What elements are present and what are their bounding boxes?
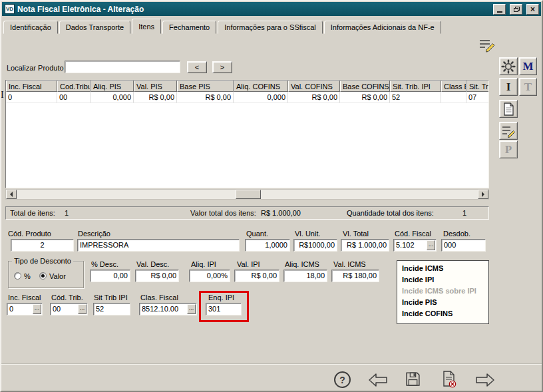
cell-sit-tr: 07 — [466, 92, 489, 103]
inc-fiscal-label: Inc. Fiscal — [8, 294, 41, 301]
descricao-field[interactable]: IMPRESSORA — [77, 239, 240, 252]
document-cancel-icon — [441, 370, 457, 388]
cell-base-cofins: R$ 0,00 — [340, 92, 390, 103]
edit-list-icon[interactable] — [478, 37, 496, 55]
clas-fiscal-lookup-button[interactable]: ... — [187, 304, 196, 314]
minimize-button[interactable] — [493, 4, 506, 15]
cod-fiscal-field[interactable]: 5.102 ... — [393, 239, 437, 252]
val-icms-field[interactable]: R$ 180,00 — [331, 270, 379, 282]
cell-aliq-pis: 0,000 — [90, 92, 134, 103]
col-aliq-pis[interactable]: Aliq. PIS — [90, 81, 134, 92]
perc-desc-label: % Desc. — [91, 260, 118, 268]
items-grid: Inc. Fiscal Cod.Tribut Aliq. PIS Val. PI… — [5, 80, 489, 188]
sit-trib-ipi-field[interactable]: 52 — [93, 303, 130, 315]
next-item-button[interactable]: > — [212, 61, 232, 73]
sit-trib-ipi-label: Sit Trib IPI — [94, 294, 128, 301]
cod-produto-label: Cód. Produto — [8, 230, 51, 238]
inc-fiscal-lookup-button[interactable]: ... — [33, 304, 41, 314]
vl-total-field[interactable]: R$ 1.000,00 — [341, 239, 389, 252]
i-button[interactable]: I — [499, 78, 518, 96]
tab-identificacao[interactable]: Identificação — [3, 21, 58, 34]
prev-item-button[interactable]: < — [187, 61, 207, 73]
col-class-en[interactable]: Class En — [441, 81, 466, 92]
document-icon — [502, 102, 515, 116]
m-button[interactable]: M — [519, 57, 537, 75]
col-val-cofins[interactable]: Val. COFINS — [288, 81, 340, 92]
scroll-left-button[interactable] — [6, 190, 17, 199]
val-icms-label: Val. ICMS — [333, 260, 366, 268]
p-letter-icon: P — [505, 144, 512, 155]
aliq-icms-field[interactable]: 18,00 — [283, 270, 327, 282]
val-desc-field[interactable]: R$ 0,00 — [135, 270, 179, 282]
restore-button[interactable] — [510, 4, 522, 15]
help-button[interactable]: ? — [334, 371, 351, 388]
enq-ipi-field[interactable]: 301 — [206, 303, 242, 315]
t-letter-icon: T — [524, 81, 532, 93]
cod-fiscal-lookup-button[interactable]: ... — [427, 240, 435, 250]
incide-cofins: Incide COFINS — [402, 309, 488, 321]
col-sit-tr[interactable]: Sit. Tr — [466, 81, 489, 92]
vl-total-label: Vl. Total — [343, 230, 369, 238]
cell-sit-trib-ipi: 52 — [390, 92, 441, 103]
localizar-produto-input[interactable] — [65, 61, 180, 73]
col-aliq-cofins[interactable]: Aliq. COFINS — [234, 81, 288, 92]
aliq-ipi-field[interactable]: 0,00% — [189, 270, 230, 282]
document-button[interactable] — [499, 100, 518, 118]
clas-fiscal-field[interactable]: 8512.10.00 ... — [139, 303, 197, 315]
cancel-document-button[interactable] — [441, 370, 457, 388]
arrow-left-icon — [368, 372, 388, 388]
next-button[interactable] — [475, 372, 495, 388]
total-value-amount: R$ 1.000,00 — [261, 209, 301, 217]
p-button-disabled: P — [499, 140, 518, 158]
tab-itens[interactable]: Itens — [132, 19, 161, 34]
app-icon: VD — [5, 4, 15, 14]
scrollbar-thumb[interactable] — [236, 190, 261, 199]
desdob-label: Desdob. — [443, 230, 470, 238]
previous-button[interactable] — [368, 372, 388, 388]
grid-hscrollbar[interactable] — [5, 189, 489, 200]
col-cod-tribut[interactable]: Cod.Tribut — [57, 81, 90, 92]
col-val-pis[interactable]: Val. PIS — [134, 81, 177, 92]
grid-row[interactable]: 0 00 0,000 R$ 0,00 R$ 0,00 0,000 R$ 0,00… — [6, 92, 488, 103]
title-bar: VD Nota Fiscal Eletrônica - Alteração × — [2, 2, 541, 16]
tab-informacoes-adicionais-nfe[interactable]: Informações Adicionais da NF-e — [324, 21, 441, 34]
total-items-value: 1 — [65, 209, 69, 217]
inc-fiscal-field[interactable]: 0 ... — [7, 303, 43, 315]
cod-trib-label: Cód. Trib. — [51, 294, 83, 301]
vl-unit-label: Vl. Unit. — [295, 230, 321, 238]
radio-percent[interactable] — [14, 272, 21, 280]
cod-produto-field[interactable]: 2 — [11, 239, 74, 252]
total-value-label: Valor total dos itens: — [190, 209, 256, 217]
cod-trib-field[interactable]: 00 ... — [50, 303, 88, 315]
radio-percent-label[interactable]: % — [24, 272, 31, 280]
col-base-pis[interactable]: Base PIS — [177, 81, 234, 92]
radio-valor-label[interactable]: Valor — [49, 272, 66, 280]
col-inc-fiscal[interactable]: Inc. Fiscal — [6, 81, 57, 92]
tab-fechamento[interactable]: Fechamento — [162, 21, 216, 34]
col-sit-trib-ipi[interactable]: Sit. Trib. IPI — [390, 81, 441, 92]
quant-label: Quant. — [246, 230, 268, 238]
val-ipi-field[interactable]: R$ 0,00 — [234, 270, 279, 282]
enq-ipi-label: Enq. IPI — [208, 294, 234, 301]
tab-dados-transporte[interactable]: Dados Transporte — [59, 21, 130, 34]
radio-valor[interactable] — [39, 272, 47, 280]
quant-field[interactable]: 1,0000 — [245, 239, 290, 252]
desdob-field[interactable]: 000 — [441, 239, 486, 252]
total-qty-value: 1 — [462, 209, 466, 217]
col-base-cofins[interactable]: Base COFINS — [340, 81, 390, 92]
restore-icon — [514, 8, 518, 12]
perc-desc-field[interactable]: 0,00 — [90, 270, 130, 282]
close-button[interactable]: × — [526, 4, 539, 15]
edit-notes-button[interactable] — [499, 122, 518, 140]
save-icon — [404, 370, 422, 388]
vl-unit-field[interactable]: R$1000,00 — [293, 239, 337, 252]
i-letter-icon: I — [506, 81, 511, 93]
gear-icon — [501, 59, 516, 74]
cod-trib-lookup-button[interactable]: ... — [78, 304, 87, 314]
incide-icms-sobre-ipi: Incide ICMS sobre IPI — [402, 287, 488, 298]
save-button[interactable] — [404, 370, 422, 388]
gear-button[interactable] — [499, 57, 518, 75]
scroll-right-button[interactable] — [478, 190, 488, 199]
val-desc-label: Val. Desc. — [136, 260, 169, 268]
tab-informacoes-ssfiscal[interactable]: Informações para o SSfiscal — [218, 21, 323, 34]
